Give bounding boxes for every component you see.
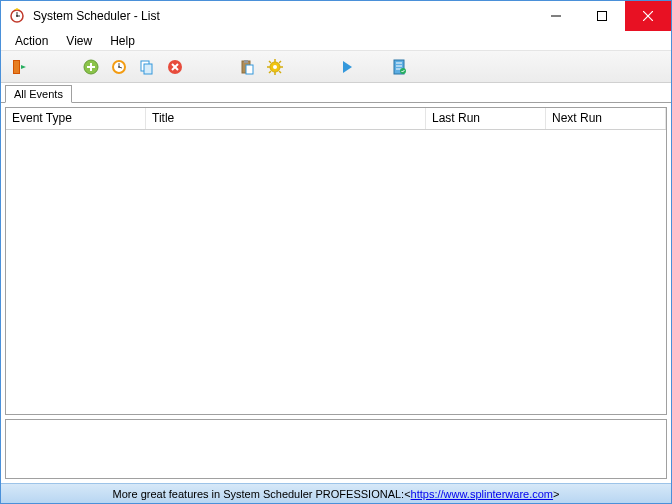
window-title: System Scheduler - List <box>33 9 533 23</box>
status-link[interactable]: https://www.splinterware.com <box>411 488 553 500</box>
list-body[interactable] <box>6 130 666 414</box>
svg-rect-18 <box>144 64 152 74</box>
svg-rect-24 <box>246 65 253 74</box>
svg-rect-5 <box>598 12 607 21</box>
svg-line-32 <box>279 71 281 73</box>
paste-button[interactable] <box>235 55 259 79</box>
menu-action[interactable]: Action <box>7 32 56 50</box>
maximize-button[interactable] <box>579 1 625 31</box>
menu-view[interactable]: View <box>58 32 100 50</box>
svg-line-33 <box>279 61 281 63</box>
add-event-button[interactable] <box>79 55 103 79</box>
svg-rect-9 <box>14 61 19 73</box>
tabbar: All Events <box>1 83 671 103</box>
column-title[interactable]: Title <box>146 108 426 129</box>
titlebar: System Scheduler - List <box>1 1 671 31</box>
status-text: More great features in System Scheduler … <box>113 488 405 500</box>
edit-event-button[interactable] <box>107 55 131 79</box>
copy-event-button[interactable] <box>135 55 159 79</box>
detail-panel <box>5 419 667 479</box>
settings-button[interactable] <box>263 55 287 79</box>
run-button[interactable] <box>335 55 359 79</box>
event-list[interactable]: Event Type Title Last Run Next Run <box>5 107 667 415</box>
content-area: Event Type Title Last Run Next Run <box>1 103 671 483</box>
window-controls <box>533 1 671 31</box>
column-last-run[interactable]: Last Run <box>426 108 546 129</box>
menubar: Action View Help <box>1 31 671 51</box>
tab-all-events[interactable]: All Events <box>5 85 72 103</box>
svg-line-34 <box>269 71 271 73</box>
status-link-close: > <box>553 488 559 500</box>
toolbar <box>1 51 671 83</box>
exit-button[interactable] <box>7 55 31 79</box>
list-header: Event Type Title Last Run Next Run <box>6 108 666 130</box>
close-button[interactable] <box>625 1 671 31</box>
menu-help[interactable]: Help <box>102 32 143 50</box>
svg-rect-23 <box>244 60 248 63</box>
column-event-type[interactable]: Event Type <box>6 108 146 129</box>
app-icon <box>9 8 25 24</box>
minimize-button[interactable] <box>533 1 579 31</box>
column-next-run[interactable]: Next Run <box>546 108 666 129</box>
svg-point-26 <box>273 65 277 69</box>
svg-line-31 <box>269 61 271 63</box>
delete-event-button[interactable] <box>163 55 187 79</box>
log-button[interactable] <box>387 55 411 79</box>
statusbar: More great features in System Scheduler … <box>1 483 671 503</box>
